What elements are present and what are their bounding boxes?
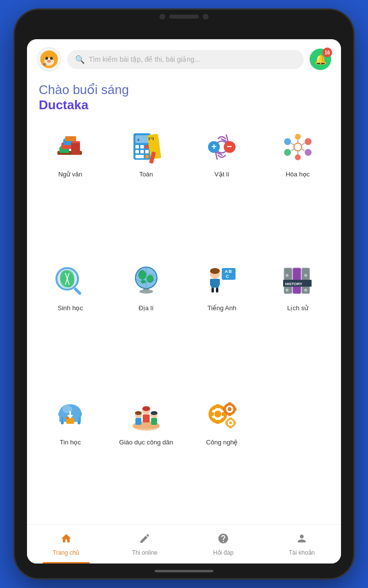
svg-point-113	[135, 411, 142, 415]
svg-point-127	[228, 407, 232, 411]
svg-text:−: −	[227, 142, 232, 151]
giao-duc-cong-dan-label: Giáo dục công dân	[119, 439, 173, 447]
lich-su-icon: HISTORY	[278, 261, 317, 300]
cong-nghe-icon	[202, 395, 241, 435]
ngu-van-label: Ngữ văn	[58, 171, 82, 179]
svg-text:B: B	[229, 269, 232, 274]
svg-rect-25	[135, 150, 139, 153]
svg-line-51	[301, 148, 305, 151]
nav-trang-chu[interactable]: Trang chủ	[27, 525, 105, 564]
nav-tai-khoan[interactable]: Tài khoản	[263, 525, 341, 564]
svg-rect-24	[145, 145, 149, 148]
hoa-hoc-label: Hóa học	[286, 171, 310, 179]
svg-line-50	[291, 148, 295, 151]
svg-point-90	[286, 289, 289, 292]
svg-rect-129	[228, 413, 231, 416]
nav-trang-chu-icon	[60, 533, 72, 547]
nav-hoi-dap-label: Hỏi đáp	[213, 549, 234, 556]
search-bar[interactable]: 🔍 Tìm kiếm bài tập, đề thi, bài giảng...	[67, 50, 304, 69]
notification-button[interactable]: 🔔 16	[310, 49, 331, 70]
svg-rect-29	[145, 155, 149, 158]
phone-bottom-bar	[15, 564, 353, 578]
svg-line-48	[291, 143, 295, 146]
nav-tai-khoan-label: Tài khoản	[289, 549, 315, 556]
phone-frame: 🔍 Tìm kiếm bài tập, đề thi, bài giảng...…	[15, 10, 353, 578]
subject-tin-hoc[interactable]: Tin học	[35, 395, 106, 519]
svg-rect-136	[225, 421, 228, 424]
nav-hoi-dap[interactable]: Hỏi đáp	[184, 525, 263, 564]
subject-cong-nghe[interactable]: Công nghệ	[186, 395, 258, 519]
greeting-line1: Chào buổi sáng	[39, 82, 329, 98]
camera-left	[159, 14, 165, 20]
subject-tieng-anh[interactable]: A B C Tiếng Anh	[186, 261, 258, 385]
tieng-anh-label: Tiếng Anh	[208, 304, 237, 313]
tin-hoc-icon	[51, 395, 90, 435]
svg-point-43	[305, 138, 312, 145]
svg-line-49	[301, 143, 305, 146]
svg-point-92	[304, 289, 307, 292]
subject-vat-li[interactable]: + −	[186, 127, 258, 251]
nav-tai-khoan-icon	[296, 533, 308, 547]
svg-text:A: A	[225, 269, 228, 274]
subject-toan[interactable]: +	[111, 127, 182, 251]
subject-giao-duc-cong-dan[interactable]: Giáo dục công dân	[111, 395, 182, 519]
svg-rect-23	[140, 145, 144, 148]
subject-sinh-hoc[interactable]: Sinh học	[35, 261, 106, 385]
search-icon: 🔍	[75, 55, 85, 64]
home-indicator	[155, 570, 213, 572]
svg-rect-77	[217, 279, 220, 286]
svg-point-41	[294, 143, 302, 151]
svg-text:C: C	[226, 274, 229, 279]
app-header: 🔍 Tìm kiếm bài tập, đề thi, bài giảng...…	[27, 39, 341, 77]
svg-text:+: +	[211, 142, 217, 151]
svg-rect-26	[140, 150, 144, 153]
svg-rect-120	[210, 412, 214, 416]
svg-rect-27	[145, 150, 149, 153]
svg-rect-131	[234, 408, 237, 411]
svg-rect-135	[229, 426, 232, 428]
vat-li-label: Vật lí	[214, 171, 229, 179]
camera-right	[203, 14, 209, 20]
svg-rect-8	[44, 63, 45, 66]
subject-dia-li[interactable]: Địa lí	[111, 261, 182, 385]
nav-thi-online[interactable]: Thi online	[105, 525, 184, 564]
subject-lich-su[interactable]: HISTORY Lịch sử	[263, 261, 334, 385]
svg-rect-79	[216, 288, 218, 293]
svg-point-91	[304, 274, 307, 277]
subject-hoa-hoc[interactable]: Hóa học	[263, 127, 334, 251]
svg-point-102	[61, 421, 64, 424]
svg-rect-60	[74, 287, 82, 295]
svg-rect-112	[151, 418, 157, 425]
nav-trang-chu-label: Trang chủ	[53, 549, 80, 556]
svg-rect-16	[65, 136, 76, 141]
phone-top-bar	[15, 10, 353, 39]
lich-su-label: Lịch sử	[287, 304, 308, 313]
svg-rect-130	[223, 408, 226, 411]
tin-hoc-label: Tin học	[60, 439, 81, 447]
avatar[interactable]	[37, 47, 61, 72]
greeting-username: Ductaka	[39, 98, 329, 113]
nav-thi-online-icon	[139, 533, 151, 547]
svg-rect-110	[143, 415, 150, 422]
sinh-hoc-icon	[51, 261, 90, 300]
nav-thi-online-label: Thi online	[132, 549, 158, 556]
ngu-van-icon	[51, 127, 90, 167]
phone-notch	[145, 10, 223, 24]
search-placeholder-text: Tìm kiếm bài tập, đề thi, bài giảng...	[89, 55, 200, 63]
svg-rect-18	[72, 141, 80, 143]
nav-hoi-dap-icon	[217, 533, 229, 547]
dia-li-label: Địa lí	[138, 304, 154, 313]
svg-point-45	[305, 149, 312, 156]
svg-rect-134	[229, 417, 232, 420]
toan-icon: +	[127, 127, 166, 167]
speaker	[169, 15, 199, 19]
cong-nghe-label: Công nghệ	[206, 439, 237, 447]
svg-rect-119	[216, 420, 220, 424]
subject-ngu-van[interactable]: Ngữ văn	[35, 127, 106, 251]
greeting-section: Chào buổi sáng Ductaka	[27, 77, 341, 122]
svg-rect-28	[135, 155, 144, 158]
svg-text:HISTORY: HISTORY	[285, 282, 303, 286]
svg-point-46	[295, 134, 301, 140]
svg-point-44	[284, 149, 291, 156]
sinh-hoc-label: Sinh học	[58, 304, 83, 313]
